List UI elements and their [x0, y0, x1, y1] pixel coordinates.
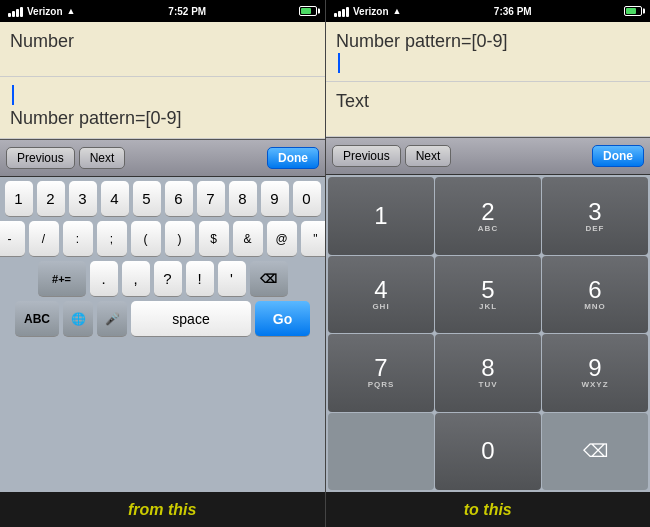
key-hashplus[interactable]: #+=: [38, 261, 86, 297]
right-cursor: [338, 53, 340, 73]
right-screen: Verizon ▲ 7:36 PM Number pattern=[0-9] T…: [326, 0, 650, 492]
right-next-button[interactable]: Next: [405, 145, 452, 167]
left-status-right: [299, 6, 317, 16]
key-question[interactable]: ?: [154, 261, 182, 297]
key-row-bottom: ABC 🌐 🎤 space Go: [2, 301, 323, 337]
numkey-9[interactable]: 9 WXYZ: [542, 334, 648, 411]
key-3[interactable]: 3: [69, 181, 97, 217]
key-9[interactable]: 9: [261, 181, 289, 217]
right-signal-bar-4: [346, 7, 349, 17]
key-5[interactable]: 5: [133, 181, 161, 217]
key-dash[interactable]: -: [0, 221, 25, 257]
key-0[interactable]: 0: [293, 181, 321, 217]
left-wifi-icon: ▲: [67, 6, 76, 16]
right-done-button[interactable]: Done: [592, 145, 644, 167]
right-input-1-label: Number pattern=[0-9]: [336, 30, 508, 53]
right-input-2-label: Text: [336, 90, 369, 113]
numkey-8[interactable]: 8 TUV: [435, 334, 541, 411]
right-signal-bars: [334, 5, 349, 17]
key-dollar[interactable]: $: [199, 221, 229, 257]
key-6[interactable]: 6: [165, 181, 193, 217]
left-next-button[interactable]: Next: [79, 147, 126, 169]
key-globe[interactable]: 🌐: [63, 301, 93, 337]
key-2[interactable]: 2: [37, 181, 65, 217]
signal-bar-4: [20, 7, 23, 17]
left-time: 7:52 PM: [168, 6, 206, 17]
key-rparen[interactable]: ): [165, 221, 195, 257]
key-mic[interactable]: 🎤: [97, 301, 127, 337]
right-status-left: Verizon ▲: [334, 5, 402, 17]
key-delete[interactable]: ⌫: [250, 261, 288, 297]
key-apostrophe[interactable]: ': [218, 261, 246, 297]
right-signal-bar-1: [334, 13, 337, 17]
key-1[interactable]: 1: [5, 181, 33, 217]
right-battery-fill: [626, 8, 636, 14]
key-7[interactable]: 7: [197, 181, 225, 217]
right-bottom-label: to this: [326, 492, 651, 527]
signal-bar-1: [8, 13, 11, 17]
bottom-labels: from this to this: [0, 492, 650, 527]
key-comma[interactable]: ,: [122, 261, 150, 297]
signal-bar-3: [16, 9, 19, 17]
numkey-6[interactable]: 6 MNO: [542, 256, 648, 333]
right-input-field-2[interactable]: Text: [326, 82, 650, 137]
left-bottom-label: from this: [0, 492, 325, 527]
key-amp[interactable]: &: [233, 221, 263, 257]
numkey-1[interactable]: 1: [328, 177, 434, 254]
key-semicolon[interactable]: ;: [97, 221, 127, 257]
left-keyboard: 1 2 3 4 5 6 7 8 9 0 - / : ; ( ): [0, 177, 325, 492]
left-input-2-label: Number pattern=[0-9]: [10, 107, 182, 130]
numkey-3[interactable]: 3 DEF: [542, 177, 648, 254]
left-input-1-label: Number: [10, 30, 74, 53]
key-exclaim[interactable]: !: [186, 261, 214, 297]
right-input-field-1[interactable]: Number pattern=[0-9]: [326, 22, 650, 82]
numkey-4[interactable]: 4 GHI: [328, 256, 434, 333]
left-keyboard-toolbar: Previous Next Done: [0, 139, 325, 177]
numkey-2[interactable]: 2 ABC: [435, 177, 541, 254]
numkey-delete[interactable]: ⌫: [542, 413, 648, 490]
left-signal-bars: [8, 5, 23, 17]
left-input-field-1[interactable]: Number: [0, 22, 325, 77]
key-row-misc: #+= . , ? ! ' ⌫: [2, 261, 323, 297]
key-at[interactable]: @: [267, 221, 297, 257]
numkey-empty: [328, 413, 434, 490]
right-previous-button[interactable]: Previous: [332, 145, 401, 167]
left-battery-fill: [301, 8, 311, 14]
right-signal-bar-3: [342, 9, 345, 17]
right-keyboard-numeric: 1 2 ABC 3 DEF 4 GHI 5 JKL: [326, 175, 650, 492]
key-period[interactable]: .: [90, 261, 118, 297]
right-wifi-icon: ▲: [393, 6, 402, 16]
left-panel: Verizon ▲ 7:52 PM Number Number pattern=…: [0, 0, 325, 492]
key-lparen[interactable]: (: [131, 221, 161, 257]
key-8[interactable]: 8: [229, 181, 257, 217]
left-status-left: Verizon ▲: [8, 5, 76, 17]
left-cursor: [12, 85, 14, 105]
right-keyboard-toolbar: Previous Next Done: [326, 137, 650, 175]
right-carrier: Verizon: [353, 6, 389, 17]
key-slash[interactable]: /: [29, 221, 59, 257]
right-signal-bar-2: [338, 11, 341, 17]
left-done-button[interactable]: Done: [267, 147, 319, 169]
numkey-7[interactable]: 7 PQRS: [328, 334, 434, 411]
key-go[interactable]: Go: [255, 301, 310, 337]
key-colon[interactable]: :: [63, 221, 93, 257]
numkey-delete-icon: ⌫: [583, 440, 608, 462]
right-battery-icon: [624, 6, 642, 16]
left-screen: Verizon ▲ 7:52 PM Number Number pattern=…: [0, 0, 325, 492]
key-4[interactable]: 4: [101, 181, 129, 217]
right-panel: Verizon ▲ 7:36 PM Number pattern=[0-9] T…: [326, 0, 650, 492]
left-input-field-2[interactable]: Number pattern=[0-9]: [0, 77, 325, 139]
numkey-5[interactable]: 5 JKL: [435, 256, 541, 333]
right-time: 7:36 PM: [494, 6, 532, 17]
left-previous-button[interactable]: Previous: [6, 147, 75, 169]
numkey-0[interactable]: 0: [435, 413, 541, 490]
signal-bar-2: [12, 11, 15, 17]
key-abc[interactable]: ABC: [15, 301, 59, 337]
left-status-bar: Verizon ▲ 7:52 PM: [0, 0, 325, 22]
key-space[interactable]: space: [131, 301, 251, 337]
key-row-symbols: - / : ; ( ) $ & @ ": [2, 221, 323, 257]
right-status-bar: Verizon ▲ 7:36 PM: [326, 0, 650, 22]
left-carrier: Verizon: [27, 6, 63, 17]
left-battery-icon: [299, 6, 317, 16]
key-row-numbers: 1 2 3 4 5 6 7 8 9 0: [2, 181, 323, 217]
